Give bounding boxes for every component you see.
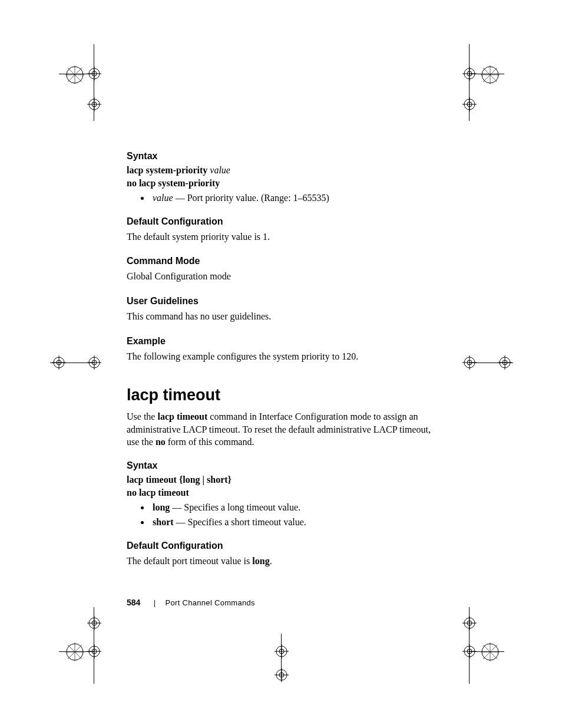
section-default-config-2: Default Configuration The default port t… [127,541,439,568]
syntax-cmd: lacp system-priority [127,165,207,175]
text: The default port timeout value is [127,556,252,566]
crosshair-icon [52,355,66,370]
crosshair-icon [275,668,289,682]
heading-syntax: Syntax [127,460,439,471]
command-intro: Use the lacp timeout command in Interfac… [127,410,439,449]
page-footer: 584 Port Channel Commands [127,598,255,607]
section-syntax-2: Syntax lacp timeout {long | short} no la… [127,460,439,530]
intro-text: form of this command. [166,437,254,447]
text: . [270,556,272,566]
intro-no: no [156,437,166,447]
registration-mark-icon [480,65,500,85]
syntax-bullets: long — Specifies a long timeout value. s… [127,500,439,530]
body-text: The default system priority value is 1. [127,230,439,243]
list-item: value — Port priority value. (Range: 1–6… [150,191,439,206]
crosshair-icon [275,644,289,658]
syntax-line-2: no lacp timeout [127,487,439,498]
heading-example: Example [127,336,439,347]
crosshair-icon [462,355,477,370]
section-default-config-1: Default Configuration The default system… [127,216,439,243]
section-example: Example The following example configures… [127,336,439,363]
crosshair-icon [87,355,101,370]
bullet-keyword: short [153,517,174,527]
syntax-no-cmd: no lacp system-priority [127,178,220,188]
section-syntax-1: Syntax lacp system-priority value no lac… [127,151,439,206]
section-user-guidelines: User Guidelines This command has no user… [127,296,439,323]
body-text: Global Configuration mode [127,270,439,283]
chapter-name: Port Channel Commands [166,598,255,607]
crosshair-icon [462,616,477,630]
page-content: Syntax lacp system-priority value no lac… [127,151,439,580]
list-item: short — Specifies a short timeout value. [150,515,439,530]
crosshair-icon [87,97,101,111]
registration-mark-icon [65,65,85,85]
heading-syntax: Syntax [127,151,439,162]
heading-default-config: Default Configuration [127,541,439,551]
crosshair-icon [87,67,101,81]
crosshair-icon [462,644,477,658]
section-command-mode: Command Mode Global Configuration mode [127,256,439,283]
command-title: lacp timeout [127,386,439,404]
bullet-text: — Port priority value. (Range: 1–65535) [173,193,329,203]
bullet-keyword: long [153,502,170,512]
bullet-text: — Specifies a long timeout value. [170,502,300,512]
registration-mark-icon [480,642,500,662]
body-text: This command has no user guidelines. [127,310,439,323]
crosshair-icon [87,616,101,630]
heading-command-mode: Command Mode [127,256,439,266]
text-bold: long [252,556,269,566]
intro-cmd: lacp timeout [157,411,207,421]
crosshair-icon [87,644,101,658]
heading-user-guidelines: User Guidelines [127,296,439,307]
bullet-arg: value [153,193,173,203]
registration-mark-icon [65,642,85,662]
crosshair-icon [498,355,512,370]
heading-default-config: Default Configuration [127,216,439,227]
syntax-line-2: no lacp system-priority [127,178,439,189]
intro-text: Use the [127,411,157,421]
crosshair-icon [462,97,477,111]
list-item: long — Specifies a long timeout value. [150,500,439,515]
footer-separator [154,600,155,607]
syntax-line-1: lacp system-priority value [127,165,439,176]
body-text: The default port timeout value is long. [127,555,439,568]
body-text: The following example configures the sys… [127,350,439,363]
syntax-line-1: lacp timeout {long | short} [127,475,439,485]
syntax-arg: value [210,165,230,175]
bullet-text: — Specifies a short timeout value. [174,517,306,527]
crosshair-icon [462,67,477,81]
page-number: 584 [127,598,140,607]
syntax-bullets: value — Port priority value. (Range: 1–6… [127,191,439,206]
